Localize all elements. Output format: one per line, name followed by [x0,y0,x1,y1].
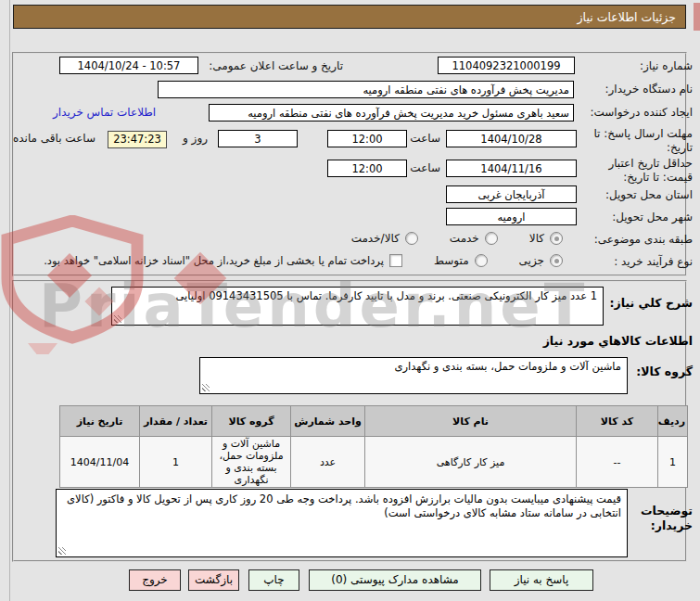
col-row-index: ردیف [658,406,688,437]
col-item-code: کد کالا [577,406,658,437]
goods-section-title: اطلاعات کالاهاي مورد نیاز [543,334,693,348]
col-item-name: نام کالا [365,406,577,437]
remaining-days-field[interactable] [218,130,298,147]
treasury-docs-checkbox[interactable] [389,254,402,267]
process-medium-radio[interactable] [475,254,488,267]
buyer-contact-link[interactable]: اطلاعات تماس خریدار [53,106,156,119]
delivery-province-field[interactable] [446,185,577,203]
subject-goods-service-radio[interactable] [405,232,418,245]
price-validity-date-field[interactable] [446,160,577,177]
delivery-province-label: استان محل تحویل: [605,188,693,201]
cell-quantity: 1 [140,437,212,488]
days-and-label: روز و [183,132,208,145]
col-quantity: تعداد / مقدار [140,406,212,437]
cell-row-index: 1 [658,437,688,488]
response-deadline-label: مهلت ارسال پاسخ: تا تاریخ: [583,127,693,155]
page-title: جزئیات اطلاعات نیاز [13,5,686,29]
watermark-corner-mark [694,3,700,31]
subject-goods-radio[interactable] [550,232,563,245]
need-number-label: شماره نیاز: [640,59,693,72]
exit-button[interactable]: خروج [129,569,181,591]
price-validity-time-field[interactable] [327,160,407,177]
process-medium-option-label: متوسط [434,254,469,267]
delivery-city-label: شهر محل تحویل: [612,211,693,224]
need-details-page: جزئیات اطلاعات نیاز شماره نیاز: تاریخ و … [0,0,700,601]
goods-group-field[interactable]: ماشین آلات و ملزومات حمل، بسته بندی و نگ… [199,357,628,394]
buyer-notes-field[interactable]: قیمت پیشنهادی میبایست بدون مالیات برارزش… [56,489,628,557]
process-minor-option-label: جزیی [519,254,544,267]
goods-group-label: گروه کالا: [636,364,693,378]
col-need-date: تاریخ نیاز [60,406,140,437]
response-deadline-date-field[interactable] [446,130,577,147]
request-creator-label: ایجاد کننده درخواست: [590,106,693,119]
buyer-org-field[interactable] [158,81,574,98]
view-attachments-button[interactable]: مشاهده مدارک پیوستی (0) [309,569,481,591]
announce-datetime-label: تاریخ و ساعت اعلان عمومی: [209,59,343,72]
price-validity-hour-label: ساعت [410,161,440,174]
cell-item-group: ماشین آلات و ملزومات حمل، بسته بندی و نگ… [212,437,291,488]
price-validity-label: حداقل تاریخ اعتبار قیمت: تا تاریخ: [589,157,693,185]
treasury-docs-label: پرداخت تمام یا بخشی از مبلغ خرید،از محل … [44,254,384,267]
table-row: 1 -- میز کار کارگاهی عدد ماشین آلات و مل… [60,437,688,488]
buyer-notes-label: توضیحات خریدار: [635,504,693,533]
process-minor-radio[interactable] [550,254,563,267]
cell-need-date: 1404/11/04 [60,437,140,488]
subject-service-radio[interactable] [485,232,498,245]
buyer-org-label: نام دستگاه خریدار: [605,83,694,96]
subject-class-label: طبقه بندی موضوعی: [594,233,693,246]
subject-goods-service-option-label: کالا/خدمت [351,232,400,245]
cell-item-code: -- [577,437,658,488]
items-table: ردیف کد کالا نام کالا واحد شمارش گروه کا… [59,405,688,488]
delivery-city-field[interactable] [446,208,577,225]
subject-goods-option-label: کالا [529,232,544,245]
cell-item-name: میز کار کارگاهی [365,437,577,488]
col-item-group: گروه کالا [212,406,291,437]
process-type-label: نوع فرآیند خرید : [614,255,693,268]
request-creator-field[interactable] [209,104,574,121]
page-left-border [9,0,10,601]
subject-service-option-label: خدمت [450,232,479,245]
countdown-timer: 23:47:23 [108,131,167,148]
announce-datetime-field[interactable] [59,57,198,74]
respond-to-need-button[interactable]: پاسخ به نیاز [490,569,593,591]
response-deadline-hour-label: ساعت [410,132,440,145]
need-number-field[interactable] [438,57,575,74]
print-button[interactable]: چاپ [248,569,299,591]
cell-count-unit: عدد [291,437,365,488]
items-table-header-row: ردیف کد کالا نام کالا واحد شمارش گروه کا… [60,406,688,437]
back-button[interactable]: بازگشت [188,569,239,591]
hours-remaining-label: ساعت باقی مانده [13,132,95,145]
need-description-field[interactable]: 1 عدد میز کار الکترونیکی صنعتی. برند و م… [111,287,604,326]
response-deadline-time-field[interactable] [327,130,407,147]
need-description-label: شرح کلي نیاز: [610,296,693,310]
col-count-unit: واحد شمارش [291,406,365,437]
